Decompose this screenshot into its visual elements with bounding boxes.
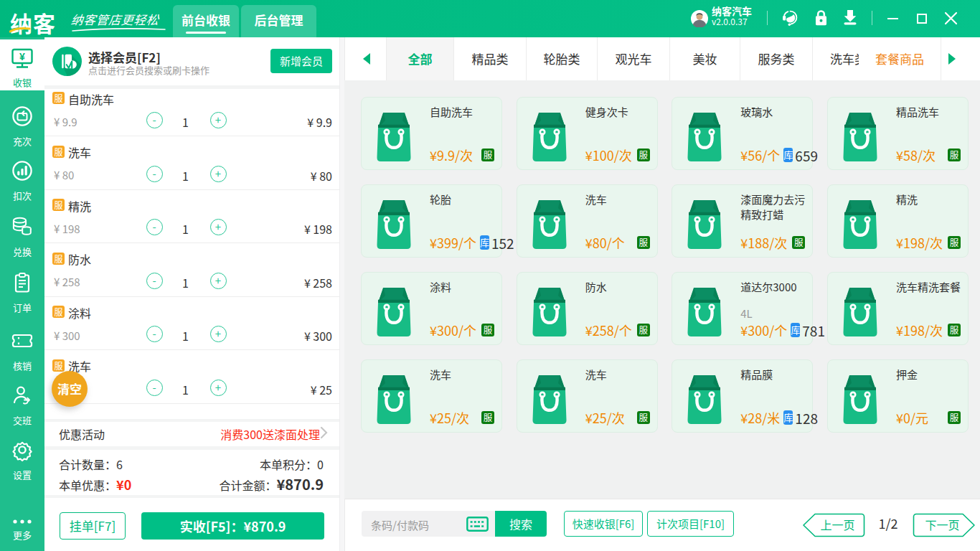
svg-text:¥: ¥ <box>19 51 25 62</box>
